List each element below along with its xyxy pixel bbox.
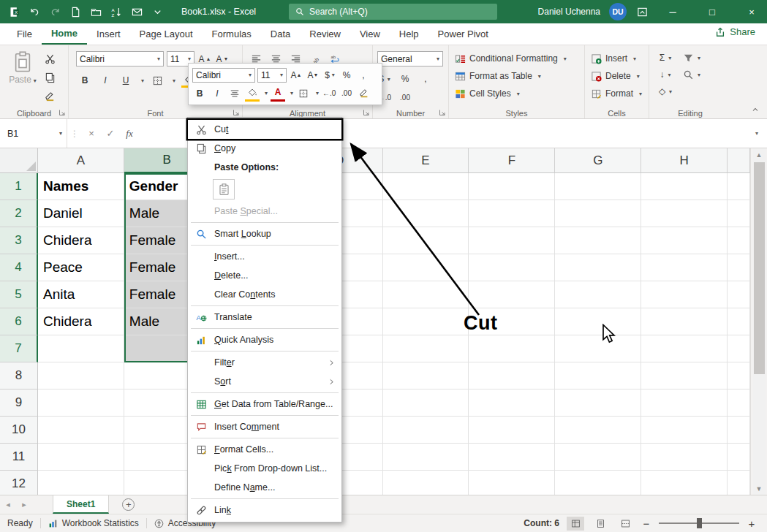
- cell-H5[interactable]: [641, 281, 728, 308]
- vertical-scrollbar-thumb[interactable]: [754, 162, 765, 374]
- mini-accounting-button[interactable]: $▾: [322, 67, 337, 83]
- font-dialog-launcher-icon[interactable]: [233, 109, 240, 116]
- find-select-button[interactable]: ▾: [683, 67, 700, 82]
- name-box[interactable]: B1▾: [0, 119, 67, 148]
- menu-item-insert-comment[interactable]: Insert Comment: [188, 417, 341, 436]
- cell-G2[interactable]: [555, 200, 641, 227]
- underline-button[interactable]: U: [118, 73, 133, 88]
- cell-E3[interactable]: [383, 227, 469, 254]
- insert-cells-button[interactable]: Insert▾: [591, 50, 649, 66]
- tab-file[interactable]: File: [7, 23, 42, 45]
- menu-item-clear-contents[interactable]: Clear Contents: [188, 285, 341, 304]
- row-header-3[interactable]: 3: [0, 227, 38, 254]
- row-header-6[interactable]: 6: [0, 308, 38, 335]
- cell-H6[interactable]: [641, 308, 728, 335]
- mini-percent-button[interactable]: %: [339, 67, 354, 83]
- tab-help[interactable]: Help: [390, 23, 428, 45]
- minimize-button[interactable]: ─: [657, 0, 688, 23]
- cell-F2[interactable]: [469, 200, 555, 227]
- tab-formulas[interactable]: Formulas: [203, 23, 261, 45]
- paste-option-button[interactable]: [213, 179, 235, 200]
- cell-H1[interactable]: [641, 173, 728, 200]
- cell-G11[interactable]: [555, 444, 641, 471]
- cell-G12[interactable]: [555, 471, 641, 495]
- comma-style-button[interactable]: ,: [418, 72, 433, 86]
- mini-bold-button[interactable]: B: [192, 86, 207, 102]
- column-header-F[interactable]: F: [469, 148, 555, 173]
- sort-filter-button[interactable]: ▾: [683, 50, 700, 65]
- mini-fill-color-button[interactable]: [245, 86, 260, 102]
- alignment-dialog-launcher-icon[interactable]: [363, 109, 370, 116]
- scroll-up-icon[interactable]: ▲: [753, 148, 766, 161]
- delete-cells-button[interactable]: Delete▾: [591, 68, 649, 84]
- sort-az-icon[interactable]: AZ: [110, 5, 123, 18]
- cell-F12[interactable]: [469, 471, 555, 495]
- cell-A5[interactable]: Anita: [38, 281, 124, 308]
- cell-E10[interactable]: [383, 417, 469, 444]
- bold-button[interactable]: B: [78, 73, 92, 88]
- zoom-slider-thumb[interactable]: [697, 518, 702, 528]
- sheet-nav-left-icon[interactable]: ◂: [0, 500, 16, 509]
- cell-E5[interactable]: [383, 281, 469, 308]
- cell-G10[interactable]: [555, 417, 641, 444]
- cell-F11[interactable]: [469, 444, 555, 471]
- cut-button[interactable]: [42, 51, 57, 66]
- cell-F4[interactable]: [469, 254, 555, 281]
- cell-F9[interactable]: [469, 390, 555, 417]
- workbook-statistics-button[interactable]: Workbook Statistics: [41, 514, 146, 532]
- paste-button[interactable]: Paste▾: [6, 51, 39, 85]
- menu-item-quick-analysis[interactable]: Quick Analysis: [188, 330, 341, 349]
- tab-view[interactable]: View: [350, 23, 390, 45]
- cell-H3[interactable]: [641, 227, 728, 254]
- sheet-tab-sheet1[interactable]: Sheet1: [53, 495, 109, 514]
- menu-item-translate[interactable]: ATranslate: [188, 308, 341, 327]
- cell-F1[interactable]: [469, 173, 555, 200]
- row-header-9[interactable]: 9: [0, 390, 38, 417]
- search-box[interactable]: Search (Alt+Q): [289, 4, 497, 20]
- scroll-down-icon[interactable]: ▼: [753, 482, 766, 495]
- customize-toolbar-chevron-icon[interactable]: [151, 5, 164, 18]
- cell-H7[interactable]: [641, 335, 728, 362]
- cell-H11[interactable]: [641, 444, 728, 471]
- cell-E12[interactable]: [383, 471, 469, 495]
- tab-data[interactable]: Data: [261, 23, 300, 45]
- cell-A11[interactable]: [38, 444, 124, 471]
- page-break-view-button[interactable]: [616, 517, 634, 531]
- clear-button[interactable]: ◇▾: [658, 84, 673, 99]
- menu-item-link[interactable]: Link: [188, 501, 341, 520]
- menu-item-define-name[interactable]: Define Name...: [188, 478, 341, 497]
- menu-item-format-cells[interactable]: Format Cells...: [188, 440, 341, 459]
- row-header-10[interactable]: 10: [0, 417, 38, 444]
- undo-icon[interactable]: [28, 5, 41, 18]
- cell-A1[interactable]: Names: [38, 173, 124, 200]
- cell-A6[interactable]: Chidera: [38, 308, 124, 335]
- cell-styles-button[interactable]: Cell Styles▾: [455, 86, 584, 102]
- cell-F8[interactable]: [469, 362, 555, 390]
- collapse-ribbon-icon[interactable]: [751, 105, 760, 114]
- cell-E1[interactable]: [383, 173, 469, 200]
- mini-font-size-select[interactable]: 11▾: [257, 68, 287, 83]
- mini-decrease-decimal-button[interactable]: .00: [339, 86, 354, 102]
- format-painter-button[interactable]: [42, 89, 57, 104]
- cell-F7[interactable]: [469, 335, 555, 362]
- share-button[interactable]: Share: [715, 26, 755, 37]
- column-header-E[interactable]: E: [383, 148, 469, 173]
- cell-G5[interactable]: [555, 281, 641, 308]
- select-all-button[interactable]: [0, 148, 38, 173]
- row-header-2[interactable]: 2: [0, 200, 38, 227]
- mini-font-color-button[interactable]: A: [271, 86, 285, 102]
- cell-H8[interactable]: [641, 362, 728, 390]
- row-header-11[interactable]: 11: [0, 444, 38, 471]
- conditional-formatting-button[interactable]: Conditional Formatting▾: [455, 50, 584, 66]
- mini-font-name-select[interactable]: Calibri▾: [192, 68, 255, 83]
- cell-H9[interactable]: [641, 390, 728, 417]
- user-name[interactable]: Daniel Uchenna: [538, 7, 600, 17]
- menu-item-filter[interactable]: Filter: [188, 353, 341, 372]
- row-header-4[interactable]: 4: [0, 254, 38, 281]
- number-format-select[interactable]: General▾: [377, 51, 443, 66]
- cell-G1[interactable]: [555, 173, 641, 200]
- number-dialog-launcher-icon[interactable]: [439, 109, 446, 116]
- cell-H10[interactable]: [641, 417, 728, 444]
- normal-view-button[interactable]: [567, 517, 584, 531]
- menu-item-delete[interactable]: Delete...: [188, 266, 341, 285]
